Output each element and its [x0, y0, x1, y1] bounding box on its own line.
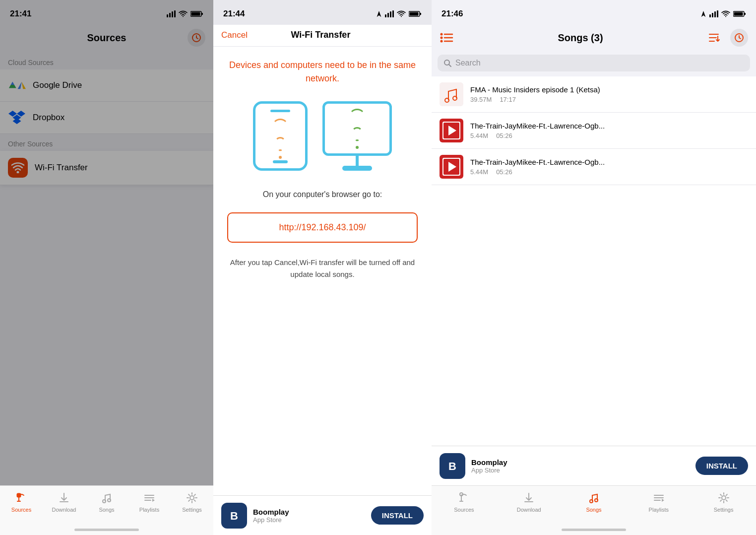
song-item[interactable]: The-Train-JayMikee-Ft.-Lawrence-Ogb... 5…: [432, 149, 756, 185]
battery-icon-right: [733, 10, 746, 17]
middle-panel: 21:44: [213, 0, 432, 535]
tab-sources[interactable]: Sources: [0, 491, 43, 513]
tab-songs-label: Songs: [99, 507, 114, 513]
svg-rect-49: [744, 13, 746, 15]
svg-rect-47: [717, 10, 718, 17]
right-tab-playlists-label: Playlists: [649, 507, 669, 513]
right-nav: Songs (3): [432, 25, 756, 52]
song-1-thumb: [440, 82, 463, 106]
svg-rect-44: [709, 14, 711, 17]
location-icon: [376, 10, 382, 17]
right-tab-download-label: Download: [517, 507, 541, 513]
mid-status-icons: [376, 10, 422, 17]
wifi-icon-right: [721, 10, 730, 17]
search-bar[interactable]: Search: [438, 55, 750, 71]
menu-button[interactable]: [440, 32, 453, 43]
search-placeholder: Search: [455, 59, 481, 67]
svg-point-34: [190, 496, 194, 500]
left-tab-bar: Sources Download Songs: [0, 485, 213, 535]
phone-wifi-signal: [272, 119, 289, 159]
svg-point-78: [595, 499, 598, 502]
cancel-button[interactable]: Cancel: [221, 30, 248, 40]
song-3-meta: 5.44M 05:26: [470, 168, 748, 176]
song-1-meta: 39.57M 17:17: [470, 96, 748, 103]
song-3-thumb: [440, 155, 463, 179]
right-panel: 21:46: [432, 0, 756, 535]
svg-text:B: B: [230, 510, 238, 522]
svg-point-83: [722, 496, 726, 500]
signal-icon-right: [709, 10, 718, 17]
mid-nav: Cancel Wi-Fi Transfer: [213, 25, 432, 47]
svg-rect-35: [385, 14, 386, 17]
mid-install-button[interactable]: INSTALL: [371, 506, 424, 525]
svg-point-29: [108, 499, 111, 502]
svg-rect-37: [390, 11, 391, 17]
svg-point-53: [441, 40, 443, 43]
right-ad-app-icon: B: [440, 453, 465, 479]
right-playlists-tab-icon: [652, 491, 666, 505]
song-1-duration: 17:17: [500, 96, 516, 103]
right-songs-tab-icon: [587, 491, 601, 505]
svg-marker-82: [662, 499, 664, 502]
wifi-icon-mid: [397, 10, 406, 17]
dim-overlay: [0, 0, 213, 535]
tab-settings[interactable]: Settings: [171, 491, 213, 513]
tab-download[interactable]: Download: [43, 491, 85, 513]
monitor-wifi-signal: [349, 109, 366, 149]
right-install-button[interactable]: INSTALL: [695, 457, 748, 475]
svg-rect-50: [734, 12, 743, 16]
song-1-size: 39.57M: [470, 96, 492, 103]
menu-icon: [440, 32, 453, 43]
svg-rect-46: [714, 11, 716, 17]
right-tab-download[interactable]: Download: [497, 491, 562, 513]
cancel-note-text: After you tap Cancel,Wi-Fi transfer will…: [227, 257, 418, 280]
song-2-size: 5.44M: [470, 132, 488, 139]
playlists-tab-icon: [142, 491, 156, 505]
song-3-size: 5.44M: [470, 168, 488, 176]
right-tab-sources[interactable]: Sources: [432, 491, 497, 513]
right-tab-bar: Sources Download Songs: [432, 485, 756, 535]
song-1-info: FMA - Music Insiders episode 1 (Ketsa) 3…: [470, 85, 748, 103]
sources-tab-icon: [14, 491, 28, 505]
right-ad-store: App Store: [471, 467, 690, 474]
right-nav-title: Songs (3): [558, 32, 603, 44]
search-icon: [443, 59, 451, 67]
wifi-warning-text: Devices and computers need to be in the …: [227, 59, 418, 85]
song-item[interactable]: The-Train-JayMikee-Ft.-Lawrence-Ogb... 5…: [432, 113, 756, 149]
song-3-info: The-Train-JayMikee-Ft.-Lawrence-Ogb... 5…: [470, 158, 748, 176]
search-bar-container: Search: [432, 52, 756, 76]
right-sources-tab-icon: [457, 491, 471, 505]
right-home-indicator: [562, 529, 626, 531]
svg-rect-36: [387, 13, 389, 17]
mid-content: Devices and computers need to be in the …: [213, 47, 432, 495]
svg-rect-40: [420, 13, 421, 15]
left-panel: 21:41 Sou: [0, 0, 213, 535]
sort-button[interactable]: [707, 32, 720, 43]
right-tab-settings-label: Settings: [714, 507, 734, 513]
song-2-meta: 5.44M 05:26: [470, 132, 748, 139]
song-3-title: The-Train-JayMikee-Ft.-Lawrence-Ogb...: [470, 158, 748, 166]
svg-rect-45: [712, 13, 713, 17]
right-tab-settings[interactable]: Settings: [691, 491, 756, 513]
download-tab-icon: [57, 491, 71, 505]
battery-icon-mid: [409, 10, 422, 17]
right-nav-left-icons: [440, 32, 453, 43]
right-download-tab-icon: [522, 491, 536, 505]
svg-rect-38: [392, 10, 394, 17]
tab-settings-label: Settings: [182, 507, 202, 513]
right-ad-banner: B Boomplay App Store INSTALL: [432, 446, 756, 485]
svg-point-76: [460, 493, 463, 496]
right-nav-action-button[interactable]: [730, 29, 748, 47]
mid-ad-store: App Store: [253, 516, 365, 524]
right-tab-songs[interactable]: Songs: [562, 491, 627, 513]
tab-songs[interactable]: Songs: [85, 491, 128, 513]
mid-nav-title: Wi-Fi Transfer: [291, 30, 351, 40]
song-2-info: The-Train-JayMikee-Ft.-Lawrence-Ogb... 5…: [470, 122, 748, 139]
signal-icon-mid: [385, 10, 394, 17]
svg-point-77: [590, 500, 593, 503]
tab-playlists[interactable]: Playlists: [128, 491, 171, 513]
right-settings-tab-icon: [717, 491, 731, 505]
song-item[interactable]: FMA - Music Insiders episode 1 (Ketsa) 3…: [432, 76, 756, 113]
right-tab-playlists[interactable]: Playlists: [626, 491, 691, 513]
song-2-title: The-Train-JayMikee-Ft.-Lawrence-Ogb...: [470, 122, 748, 130]
